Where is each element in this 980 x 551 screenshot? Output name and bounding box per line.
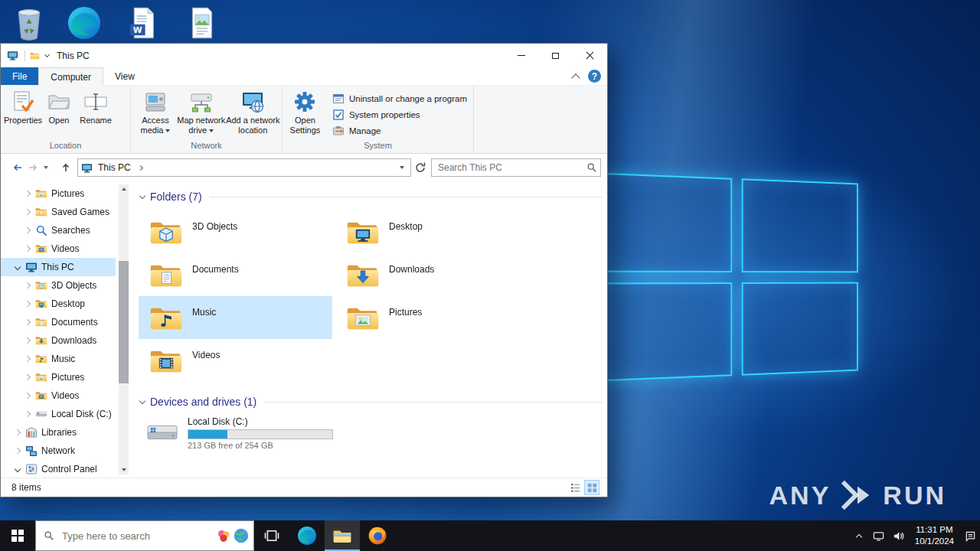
nav-scrollbar[interactable] [119,184,129,474]
explorer-search-input[interactable] [436,161,586,174]
access-media-button[interactable]: Access media [134,88,177,135]
address-dropdown-icon[interactable] [400,166,404,169]
nav-item[interactable]: Libraries [1,423,116,442]
recent-locations-icon[interactable] [41,158,51,178]
refresh-button[interactable] [411,158,430,178]
drive-tile-local-disk[interactable]: Local Disk (C:) 213 GB free of 254 GB [139,416,603,450]
expand-arrow-icon[interactable] [14,429,22,437]
folder-tile[interactable]: Desktop [335,210,529,253]
window-titlebar[interactable]: This PC [1,44,607,67]
collapse-chevron-icon[interactable] [139,397,145,403]
scroll-down-icon[interactable] [119,465,129,474]
devices-section-header[interactable]: Devices and drives (1) [139,394,603,409]
start-button[interactable] [0,520,35,551]
map-network-drive-button[interactable]: Map network drive [177,88,226,135]
forward-button[interactable] [25,158,41,178]
nav-item[interactable]: Pictures [1,184,116,203]
collapse-chevron-icon[interactable] [139,192,145,198]
tab-computer[interactable]: Computer [38,67,103,86]
quick-access-folder-icon[interactable] [30,51,40,60]
collapse-ribbon-icon[interactable] [571,73,580,82]
help-icon[interactable]: ? [588,70,601,83]
nav-item[interactable]: Music [1,350,116,368]
taskbar-clock[interactable]: 11:31 PM 10/1/2024 [909,524,960,547]
expand-arrow-icon[interactable] [24,227,32,235]
maximize-button[interactable] [538,44,573,67]
expand-arrow-icon[interactable] [24,410,32,419]
expand-arrow-icon[interactable] [14,263,22,272]
expand-arrow-icon[interactable] [14,447,22,455]
minimize-button[interactable] [504,44,538,67]
taskbar-search-input[interactable] [60,530,210,543]
expand-arrow-icon[interactable] [14,465,22,474]
taskbar-search[interactable] [35,520,254,551]
back-button[interactable] [10,158,25,178]
nav-item[interactable]: This PC [1,258,116,276]
folder-tile[interactable]: Documents [139,253,332,296]
quick-access-dropdown-icon[interactable] [44,52,50,57]
uninstall-program-button[interactable]: Uninstall or change a program [328,90,472,106]
up-button[interactable] [57,158,74,178]
nav-item[interactable]: Desktop [1,295,116,313]
desktop-icon-word-document[interactable] [124,5,161,41]
expand-arrow-icon[interactable] [24,337,32,345]
nav-item[interactable]: Saved Games [1,203,116,221]
nav-item[interactable]: Videos [1,240,116,258]
nav-item[interactable]: Downloads [1,331,116,350]
desktop-icon-image-document[interactable] [184,5,220,41]
address-bar[interactable]: This PC [77,158,411,177]
rename-button[interactable]: Rename [76,88,116,126]
expand-arrow-icon[interactable] [24,282,32,290]
breadcrumb-chevron-icon[interactable] [138,165,143,170]
expand-arrow-icon[interactable] [24,373,32,382]
expand-arrow-icon[interactable] [24,208,32,217]
explorer-search-box[interactable] [431,158,601,177]
folder-tile[interactable]: Music [139,296,332,339]
folders-section-header[interactable]: Folders (7) [139,189,603,204]
folder-tile[interactable]: Downloads [335,253,529,296]
nav-item[interactable]: Searches [1,221,116,240]
breadcrumb-this-pc[interactable]: This PC [96,162,132,173]
folder-tile[interactable]: Pictures [335,296,529,339]
task-view-button[interactable] [254,520,289,551]
hidden-icons-chevron[interactable] [849,520,869,551]
tab-view[interactable]: View [103,67,146,85]
network-icon[interactable] [869,520,889,551]
interests-icon[interactable] [216,528,231,543]
edge-taskbar-button[interactable] [289,520,325,551]
close-button[interactable] [573,44,607,67]
scroll-up-icon[interactable] [119,184,129,194]
expand-arrow-icon[interactable] [24,190,32,198]
manage-button[interactable]: Manage [328,122,472,139]
expand-arrow-icon[interactable] [24,300,32,308]
tab-file[interactable]: File [1,67,38,85]
nav-item[interactable]: Control Panel [1,460,116,478]
open-settings-button[interactable]: Open Settings [286,88,325,135]
nav-item[interactable]: Videos [1,386,116,405]
expand-arrow-icon[interactable] [24,355,32,364]
explorer-taskbar-button[interactable] [325,520,360,551]
add-network-location-button[interactable]: Add a network location [226,88,280,135]
system-properties-button[interactable]: System properties [328,106,472,122]
weather-globe-icon[interactable] [234,528,249,543]
expand-arrow-icon[interactable] [24,245,32,253]
nav-item[interactable]: Network [1,442,116,460]
nav-item[interactable]: Documents [1,313,116,331]
action-center-button[interactable] [960,520,980,551]
details-view-button[interactable] [567,480,583,495]
desktop-icon-edge[interactable] [66,5,103,41]
scrollbar-thumb[interactable] [119,261,129,383]
nav-item[interactable]: Pictures [1,368,116,386]
firefox-taskbar-button[interactable] [360,520,395,551]
nav-item[interactable]: 3D Objects [1,276,116,295]
nav-item[interactable]: Local Disk (C:) [1,405,116,423]
folder-tile[interactable]: 3D Objects [139,210,332,253]
folder-tile[interactable]: Videos [139,339,332,382]
properties-button[interactable]: Properties [4,88,42,126]
expand-arrow-icon[interactable] [24,318,32,327]
desktop-icon-recycle-bin[interactable] [11,5,47,41]
expand-arrow-icon[interactable] [24,392,32,400]
large-icons-view-button[interactable] [584,480,599,495]
volume-icon[interactable] [889,520,909,551]
open-button[interactable]: Open [42,88,76,126]
